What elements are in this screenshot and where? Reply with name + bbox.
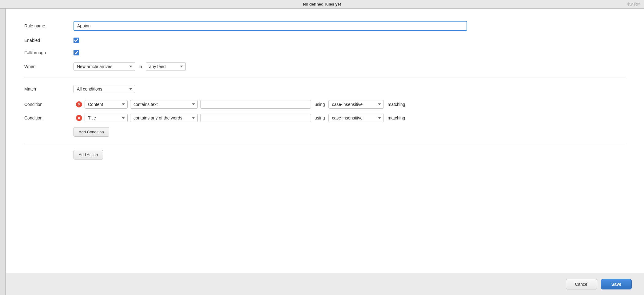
add-condition-button[interactable]: Add Condition — [74, 127, 109, 137]
condition-row-2: Condition Content Title Author URL conta… — [24, 114, 626, 122]
condition-2-value-input[interactable] — [200, 114, 311, 122]
rule-name-input[interactable] — [74, 21, 467, 31]
condition-2-matching-select[interactable]: case-insensitive case-sensitive — [328, 114, 384, 122]
when-label: When — [24, 64, 74, 69]
rule-name-label: Rule name — [24, 23, 74, 28]
condition-2-field-select[interactable]: Content Title Author URL — [85, 114, 128, 122]
dialog-footer: Cancel Save — [6, 273, 644, 295]
save-button[interactable]: Save — [601, 279, 632, 289]
rule-name-control — [74, 21, 626, 31]
dialog: Rule name Enabled Fallthrough — [6, 9, 644, 295]
divider-2 — [24, 143, 626, 143]
condition-1-matching-label: matching — [388, 102, 405, 107]
dialog-body: Rule name Enabled Fallthrough — [6, 9, 644, 172]
enabled-control — [74, 38, 626, 43]
condition-2-using-text: using — [315, 115, 325, 120]
enabled-label: Enabled — [24, 38, 74, 43]
window-title: No defined rules yet — [303, 2, 341, 6]
when-row: When New article arrives in any feed — [24, 62, 626, 71]
add-action-button[interactable]: Add Action — [74, 150, 103, 160]
match-label: Match — [24, 87, 74, 91]
condition-1-operator-select[interactable]: contains text contains any of the words … — [130, 100, 198, 109]
when-feed-select[interactable]: any feed — [146, 62, 186, 71]
add-condition-container: Add Condition — [74, 127, 626, 137]
condition-2-operator-select[interactable]: contains text contains any of the words … — [130, 114, 198, 122]
fallthrough-checkbox[interactable] — [74, 50, 79, 55]
remove-condition-1-button[interactable] — [76, 101, 82, 107]
when-control: New article arrives in any feed — [74, 62, 626, 71]
fallthrough-row: Fallthrough — [24, 50, 626, 55]
title-bar: No defined rules yet 小众软件 — [0, 0, 644, 9]
condition-label-1: Condition — [24, 102, 74, 107]
condition-row-1: Condition Content Title Author URL conta… — [24, 100, 626, 109]
condition-1-field-select[interactable]: Content Title Author URL — [85, 100, 128, 109]
match-select[interactable]: All conditions Any condition — [74, 85, 135, 93]
condition-2-matching-label: matching — [388, 115, 405, 120]
match-row: Match All conditions Any condition — [24, 85, 626, 93]
divider-1 — [24, 78, 626, 78]
enabled-row: Enabled — [24, 38, 626, 43]
watermark: 小众软件 — [627, 2, 640, 6]
match-control: All conditions Any condition — [74, 85, 626, 93]
condition-1-matching-select[interactable]: case-insensitive case-sensitive — [328, 100, 384, 109]
enabled-checkbox[interactable] — [74, 38, 79, 43]
when-trigger-select[interactable]: New article arrives — [74, 62, 135, 71]
add-action-container: Add Action — [74, 150, 626, 160]
fallthrough-label: Fallthrough — [24, 50, 74, 55]
cancel-button[interactable]: Cancel — [566, 279, 597, 289]
window: No defined rules yet 小众软件 Rule name Enab… — [0, 0, 644, 295]
sidebar-strip — [0, 9, 6, 295]
rule-name-row: Rule name — [24, 21, 626, 31]
condition-1-value-input[interactable] — [200, 100, 311, 109]
condition-1-using-text: using — [315, 102, 325, 107]
remove-condition-2-button[interactable] — [76, 115, 82, 121]
condition-label-2: Condition — [24, 115, 74, 120]
in-text: in — [139, 64, 142, 69]
fallthrough-control — [74, 50, 626, 55]
